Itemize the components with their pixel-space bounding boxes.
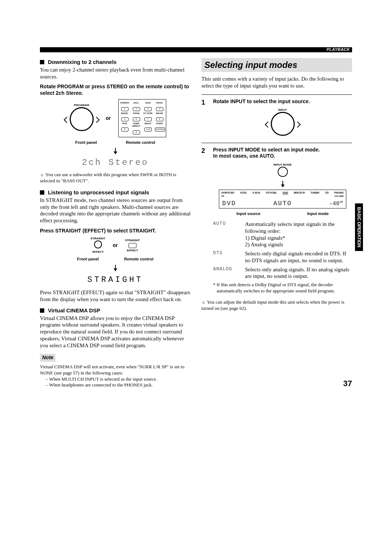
mode-dts-key: DTS bbox=[213, 250, 238, 264]
effect-remote-button: STRAIGHT EFFECT bbox=[125, 239, 140, 252]
note-item-1: – When MULTI CH INPUT is selected as the… bbox=[40, 376, 191, 382]
lcd-straight: STRAIGHT bbox=[40, 275, 191, 285]
arrow-down-icon bbox=[282, 181, 283, 187]
mode-table: AUTO Automatically selects input signals… bbox=[213, 221, 352, 280]
arrow-down-icon bbox=[115, 148, 116, 154]
section-title: Selecting input modes bbox=[201, 58, 352, 72]
remote-control-label-2: Remote control bbox=[124, 257, 154, 262]
page-number: 37 bbox=[343, 379, 352, 388]
left-column: Downmixing to 2 channels You can enjoy 2… bbox=[40, 58, 191, 388]
note-label: Note bbox=[40, 354, 56, 362]
input-mode-label: INPUT MODE bbox=[213, 163, 352, 167]
front-panel-label: Front panel bbox=[75, 140, 97, 145]
heading-unprocessed: Listening to unprocessed input signals bbox=[40, 189, 191, 196]
program-label: PROGRAM bbox=[65, 104, 99, 107]
heading-downmix: Downmixing to 2 channels bbox=[40, 59, 191, 66]
mode-auto-key: AUTO bbox=[213, 221, 238, 248]
heading-virtual-cinema: Virtual CINEMA DSP bbox=[40, 307, 191, 314]
or-label: or bbox=[106, 115, 111, 122]
effect-label-bottom: EFFECT bbox=[91, 250, 106, 254]
input-mode-caption: Input mode bbox=[307, 211, 328, 216]
page: PLAYBACK Downmixing to 2 channels You ca… bbox=[0, 0, 392, 410]
arrow-down-icon bbox=[115, 265, 116, 271]
input-label: INPUT bbox=[213, 108, 352, 112]
step-1: 1 Rotate INPUT to select the input sourc… bbox=[201, 98, 352, 138]
footnote: * If this unit detects a Dolby Digital o… bbox=[213, 282, 352, 294]
front-panel-label-2: Front panel bbox=[77, 257, 99, 262]
program-dial-icon bbox=[65, 107, 99, 133]
downmix-body: You can enjoy 2-channel stereo playback … bbox=[40, 66, 191, 80]
input-mode-button-icon bbox=[278, 167, 288, 177]
or-label-2: or bbox=[113, 242, 118, 249]
note-body: Virtual CINEMA DSP will not activate, ev… bbox=[40, 364, 191, 376]
right-column: Selecting input modes This unit comes wi… bbox=[201, 58, 352, 388]
mode-analog-key: ANALOG bbox=[213, 266, 238, 280]
remote-control-label: Remote control bbox=[126, 140, 155, 145]
effect-dial-icon bbox=[94, 240, 102, 248]
remote-keypad: STEREO1 HALL2 JAZZ3 ROCK4 MUSIC5 NTAIN6 … bbox=[118, 99, 166, 137]
mode-dts-desc: Selects only digital signals encoded in … bbox=[245, 250, 352, 264]
tab-basic-operation: BASIC OPERATION bbox=[355, 203, 363, 251]
display-mode: AUTO bbox=[273, 199, 292, 208]
tip-default-mode: You can adjust the default input mode th… bbox=[201, 299, 352, 312]
step-1-number: 1 bbox=[201, 98, 209, 138]
lcd-2ch-stereo: 2ch Stereo bbox=[40, 157, 191, 168]
mode-analog-desc: Selects only analog signals. If no analo… bbox=[245, 266, 352, 280]
straight-label-top: STRAIGHT bbox=[91, 237, 106, 240]
straight-instruction: Press STRAIGHT (EFFECT) to select STRAIG… bbox=[40, 228, 191, 234]
straight-diagram: STRAIGHT EFFECT or STRAIGHT EFFECT Front… bbox=[40, 237, 191, 285]
note-item-2: – When headphones are connected to the P… bbox=[40, 382, 191, 388]
front-display: DVR/VCR2 VCR1 V-AUX DTV/CBL DVD MD/CD-R … bbox=[219, 190, 346, 209]
input-source-caption: Input source bbox=[236, 211, 260, 216]
program-diagram: PROGRAM or STEREO1 HALL2 JAZZ3 ROCK4 MUS… bbox=[40, 99, 191, 168]
mode-auto-1: 1) Digital signals* bbox=[245, 235, 285, 241]
input-dial-icon bbox=[266, 112, 300, 138]
step-1-text: Rotate INPUT to select the input source. bbox=[213, 98, 352, 105]
step-2: 2 Press INPUT MODE to select an input mo… bbox=[201, 147, 352, 294]
header-section-label: PLAYBACK bbox=[324, 47, 352, 52]
straight-note: Press STRAIGHT (EFFECT) again so that "S… bbox=[40, 289, 191, 303]
step-2-text-1: Press INPUT MODE to select an input mode… bbox=[213, 147, 352, 153]
downmix-instruction: Rotate PROGRAM or press STEREO on the re… bbox=[40, 84, 191, 96]
mode-auto-2: 2) Analog signals bbox=[245, 242, 283, 247]
header-bar: PLAYBACK bbox=[40, 47, 352, 52]
display-source: DVD bbox=[222, 199, 236, 208]
mode-auto-desc: Automatically selects input signals in t… bbox=[245, 221, 335, 234]
tip-subwoofer: You can use a subwoofer with this progra… bbox=[40, 172, 191, 184]
virtual-cinema-body: Virtual CINEMA DSP allows you to enjoy t… bbox=[40, 315, 191, 349]
unprocessed-body: In STRAIGHT mode, two channel stereo sou… bbox=[40, 197, 191, 224]
intro-body: This unit comes with a variety of input … bbox=[201, 76, 352, 89]
step-2-text-2: In most cases, use AUTO. bbox=[213, 153, 352, 159]
step-2-number: 2 bbox=[201, 147, 209, 294]
